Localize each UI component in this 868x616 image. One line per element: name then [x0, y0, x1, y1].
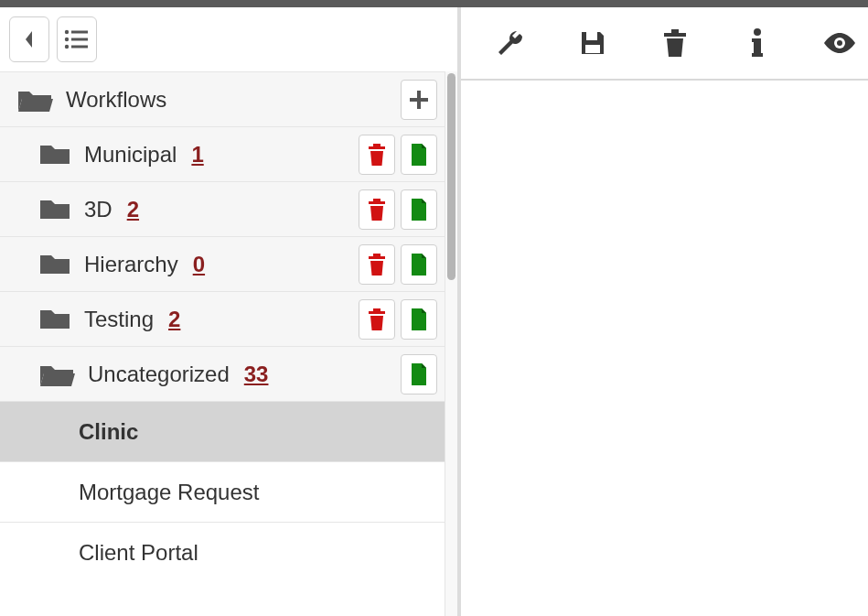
category-count: 2	[168, 307, 180, 332]
file-icon	[410, 143, 428, 167]
file-icon	[410, 253, 428, 276]
save-icon	[578, 28, 607, 58]
delete-category-button[interactable]	[359, 299, 395, 340]
window-top-strip	[0, 0, 868, 7]
delete-category-button[interactable]	[359, 244, 395, 285]
file-icon	[410, 362, 428, 386]
list-icon	[64, 28, 90, 50]
svg-rect-9	[369, 146, 385, 149]
category-label: Uncategorized	[88, 362, 230, 387]
info-button[interactable]	[739, 25, 776, 61]
sidebar-panel: Workflows Municipal13D2Hierarchy0Testing…	[0, 7, 457, 616]
folder-icon	[38, 252, 71, 277]
svg-rect-11	[369, 201, 385, 204]
category-row[interactable]: Uncategorized33	[0, 346, 445, 401]
workflow-label: Mortgage Request	[79, 480, 259, 505]
main-content	[461, 81, 868, 616]
new-workflow-button[interactable]	[401, 244, 437, 285]
category-count: 0	[193, 252, 205, 277]
svg-point-26	[837, 40, 842, 46]
folder-icon	[38, 197, 71, 222]
tree-root-label: Workflows	[66, 87, 166, 113]
svg-rect-15	[369, 311, 385, 314]
svg-rect-8	[410, 98, 428, 102]
trash-icon	[367, 143, 387, 167]
settings-button[interactable]	[492, 25, 529, 61]
wrench-icon	[495, 27, 526, 59]
svg-rect-12	[373, 199, 380, 201]
delete-category-button[interactable]	[359, 135, 395, 175]
category-count: 2	[127, 197, 139, 222]
trash-icon	[367, 253, 387, 276]
new-workflow-button[interactable]	[401, 189, 437, 230]
trash-icon	[661, 27, 689, 59]
toggle-list-button[interactable]	[57, 16, 97, 62]
workflow-label: Client Portal	[79, 540, 198, 566]
category-label: Hierarchy	[84, 252, 178, 277]
workflow-label: Clinic	[79, 419, 138, 445]
tree-root-workflows[interactable]: Workflows	[0, 71, 445, 126]
svg-rect-19	[664, 33, 686, 37]
category-row[interactable]: Municipal1	[0, 126, 445, 181]
category-row[interactable]: Testing2	[0, 291, 445, 346]
save-button[interactable]	[574, 25, 611, 61]
svg-rect-13	[369, 256, 385, 259]
tree-scrollbar[interactable]	[445, 71, 457, 616]
delete-button[interactable]	[657, 25, 693, 61]
svg-rect-4	[71, 38, 88, 41]
preview-button[interactable]	[821, 25, 858, 61]
file-icon	[410, 198, 428, 222]
workflow-tree: Workflows Municipal13D2Hierarchy0Testing…	[0, 71, 445, 616]
file-icon	[410, 308, 428, 331]
trash-icon	[367, 308, 387, 331]
main-panel	[461, 7, 868, 616]
workflow-item[interactable]: Clinic	[0, 401, 445, 461]
folder-open-icon	[38, 361, 75, 388]
trash-icon	[367, 198, 387, 222]
workflow-item[interactable]: Mortgage Request	[0, 461, 445, 522]
svg-point-21	[754, 28, 761, 36]
svg-rect-17	[586, 32, 597, 40]
category-count: 1	[191, 142, 203, 168]
svg-point-3	[65, 38, 69, 41]
eye-icon	[822, 31, 857, 55]
folder-icon	[38, 142, 71, 168]
folder-icon	[38, 307, 71, 332]
folder-open-icon	[16, 86, 53, 113]
svg-rect-2	[71, 31, 88, 34]
workflow-item[interactable]: Client Portal	[0, 522, 445, 582]
plus-icon	[409, 90, 429, 110]
new-workflow-button[interactable]	[401, 299, 437, 340]
main-toolbar	[461, 7, 868, 81]
category-row[interactable]: Hierarchy0	[0, 236, 445, 291]
svg-rect-24	[752, 53, 763, 57]
svg-rect-16	[373, 308, 380, 311]
svg-rect-20	[671, 29, 679, 33]
delete-category-button[interactable]	[359, 189, 395, 230]
svg-point-1	[65, 30, 69, 34]
svg-rect-6	[71, 46, 88, 49]
svg-marker-0	[26, 31, 32, 48]
scrollbar-thumb[interactable]	[447, 73, 455, 280]
svg-rect-18	[585, 45, 600, 53]
category-count: 33	[244, 362, 269, 387]
new-workflow-button[interactable]	[401, 135, 437, 175]
category-row[interactable]: 3D2	[0, 181, 445, 236]
new-workflow-button[interactable]	[401, 354, 437, 394]
svg-rect-23	[752, 38, 757, 42]
svg-point-5	[65, 45, 69, 49]
sidebar-header	[0, 7, 457, 71]
category-label: Municipal	[84, 142, 177, 168]
category-label: Testing	[84, 307, 154, 332]
svg-rect-14	[373, 254, 380, 256]
info-icon	[749, 27, 766, 59]
chevron-left-icon	[23, 29, 36, 49]
category-label: 3D	[84, 197, 113, 222]
collapse-sidebar-button[interactable]	[9, 16, 49, 62]
add-category-button[interactable]	[401, 80, 437, 120]
svg-rect-10	[373, 144, 380, 146]
